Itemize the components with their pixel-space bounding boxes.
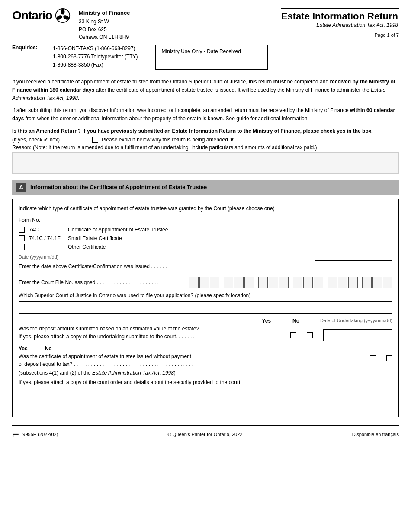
- deposit-q1: Was the deposit amount submitted based o…: [19, 326, 199, 332]
- amended-inline: (if yes, check ✔ box) . . . . . . . . . …: [12, 137, 399, 143]
- cert-74-1-desc: Small Estate Certificate: [68, 235, 122, 241]
- cert-other-desc: Other Certificate: [68, 244, 106, 250]
- amended-question: Is this an Amended Return? If you have p…: [12, 127, 399, 135]
- section-a-letter: A: [16, 183, 26, 192]
- file-box-3[interactable]: [210, 277, 219, 288]
- file-box-11[interactable]: [303, 277, 313, 288]
- para1-text2: be completed and: [286, 79, 330, 85]
- ministry-use-label: Ministry Use Only - Date Received: [162, 48, 241, 54]
- enquiries-block: Enquiries: 1-866-ONT-TAXS (1-866-668-829…: [12, 45, 138, 70]
- superior-court-label: Which Superior Court of Justice in Ontar…: [19, 292, 392, 300]
- cert-payment-q1: Was the certificate of appointment of es…: [19, 353, 191, 359]
- undertaking-date-header: Date of Undertaking (yyyy/mm/dd): [320, 318, 392, 324]
- yes-header: Yes: [262, 318, 271, 324]
- para2-normal: from when the error or additional inform…: [24, 115, 308, 122]
- divider-1: [12, 74, 399, 74]
- ministry-address: 33 King St W PO Box 625 Oshawa ON L1H 8H…: [79, 18, 130, 41]
- file-box-13[interactable]: [328, 277, 337, 288]
- svg-point-1: [61, 9, 64, 15]
- yn-header: Yes No Date of Undertaking (yyyy/mm/dd): [19, 318, 392, 324]
- court-order-note: If yes, please attach a copy of the cour…: [19, 379, 392, 385]
- cert-74c-checkbox[interactable]: [19, 227, 25, 233]
- header: Ontario Ministry of Finance 33 King St W…: [12, 8, 399, 41]
- court-file-label: Enter the Court File No. assigned . . . …: [19, 279, 186, 285]
- indicate-label: Indicate which type of certificate of ap…: [19, 205, 392, 213]
- header-left: Ontario Ministry of Finance 33 King St W…: [12, 8, 130, 41]
- file-box-16[interactable]: [362, 277, 372, 288]
- date-format-label: Date (yyyy/mm/dd): [19, 254, 392, 260]
- extra-space: [19, 385, 392, 407]
- deposit-q2: If yes, please attach a copy of the unde…: [19, 333, 195, 340]
- info-para-1: If you received a certificate of appoint…: [12, 78, 399, 103]
- indicate-text: Indicate which type of certificate of ap…: [19, 205, 275, 212]
- ontario-logo: Ontario: [12, 8, 73, 23]
- amended-explain: Please explain below why this return is …: [102, 137, 234, 143]
- file-box-12[interactable]: [314, 277, 323, 288]
- yes-header-2: Yes: [19, 346, 28, 352]
- subtitle: Estate Administration Tax Act, 1998: [281, 22, 398, 28]
- file-box-1[interactable]: [189, 277, 199, 288]
- svg-point-4: [61, 14, 64, 16]
- para1-bold1: must: [273, 79, 286, 85]
- cert-payment-question: Was the certificate of appointment of es…: [19, 353, 366, 368]
- file-box-10[interactable]: [293, 277, 302, 288]
- amended-checkbox[interactable]: [92, 137, 98, 143]
- para2-text: If after submitting this return, you dis…: [12, 107, 350, 113]
- deposit-no-checkbox[interactable]: [307, 332, 313, 338]
- amended-reason-area[interactable]: [12, 152, 399, 174]
- cert-options: 74C Certificate of Appointment of Estate…: [19, 227, 392, 250]
- file-box-18[interactable]: [383, 277, 392, 288]
- ministry-name: Ministry of Finance: [79, 10, 130, 16]
- file-box-17[interactable]: [372, 277, 382, 288]
- location-input[interactable]: [19, 301, 392, 314]
- file-box-9[interactable]: [279, 277, 289, 288]
- court-file-boxes: [189, 277, 392, 288]
- amended-reason-label: Reason: (Note: If the return is amended …: [12, 144, 399, 151]
- file-box-14[interactable]: [338, 277, 347, 288]
- section-a-body: Indicate which type of certificate of ap…: [12, 199, 399, 417]
- ministry-info: Ministry of Finance 33 King St W PO Box …: [79, 8, 130, 41]
- undertaking-date-input[interactable]: [323, 329, 392, 341]
- form-no-label: Form No.: [19, 217, 392, 223]
- footer-form-number: 9955E (2022/02): [22, 432, 58, 437]
- deposit-row-content: Was the deposit amount submitted based o…: [19, 325, 392, 341]
- para1-end: .: [78, 95, 79, 101]
- deposit-question-text: Was the deposit amount submitted based o…: [19, 325, 286, 340]
- date-issued-input[interactable]: [315, 260, 392, 272]
- cert-option-74-1: 74.1C / 74.1F Small Estate Certificate: [19, 235, 392, 241]
- ontario-wordmark: Ontario: [12, 9, 52, 22]
- deposit-section: Yes No Date of Undertaking (yyyy/mm/dd) …: [19, 318, 392, 341]
- file-box-8[interactable]: [269, 277, 278, 288]
- address-line3: Oshawa ON L1H 8H9: [79, 33, 130, 41]
- cert-payment-no-checkbox[interactable]: [386, 355, 392, 361]
- file-box-2[interactable]: [199, 277, 209, 288]
- file-box-5[interactable]: [234, 277, 244, 288]
- deposit-main-row: Yes No Date of Undertaking (yyyy/mm/dd) …: [19, 318, 392, 341]
- file-box-7[interactable]: [258, 277, 268, 288]
- deposit-yes-checkbox[interactable]: [290, 332, 296, 338]
- cert-payment-yn-boxes: [370, 355, 392, 361]
- main-title: Estate Information Return: [281, 11, 398, 22]
- file-box-6[interactable]: [244, 277, 254, 288]
- cert-payment-yes-checkbox[interactable]: [370, 355, 376, 361]
- deposit-yn-boxes: [290, 329, 392, 341]
- cert-other-checkbox[interactable]: [19, 244, 25, 250]
- enquiry-line3: 1-866-888-3850 (Fax): [53, 61, 138, 69]
- cert-payment-row: Was the certificate of appointment of es…: [19, 353, 392, 368]
- amended-if-yes: (if yes, check ✔ box) . . . . . . . . . …: [12, 137, 89, 143]
- court-file-row: Enter the Court File No. assigned . . . …: [19, 277, 392, 288]
- file-box-4[interactable]: [224, 277, 233, 288]
- para1-text1: If you received a certificate of appoint…: [12, 79, 273, 85]
- file-box-15[interactable]: [348, 277, 358, 288]
- cert-74c-desc: Certificate of Appointment of Estate Tru…: [68, 227, 168, 233]
- subsections-text: (subsections 4(1) and (2) of the Estate …: [19, 370, 392, 376]
- footer: ⌐ 9955E (2022/02) © Queen's Printer for …: [12, 425, 399, 440]
- no-header: No: [292, 318, 299, 324]
- cert-74-1-checkbox[interactable]: [19, 235, 25, 241]
- address-line2: PO Box 625: [79, 26, 130, 33]
- enquiries-numbers: 1-866-ONT-TAXS (1-866-668-8297) 1-800-26…: [53, 45, 138, 70]
- amended-section: Is this an Amended Return? If you have p…: [12, 127, 399, 174]
- ministry-use-box: Ministry Use Only - Date Received: [155, 45, 268, 70]
- section-a-title: Information about the Certificate of App…: [30, 184, 207, 190]
- cert-option-other: Other Certificate: [19, 244, 392, 250]
